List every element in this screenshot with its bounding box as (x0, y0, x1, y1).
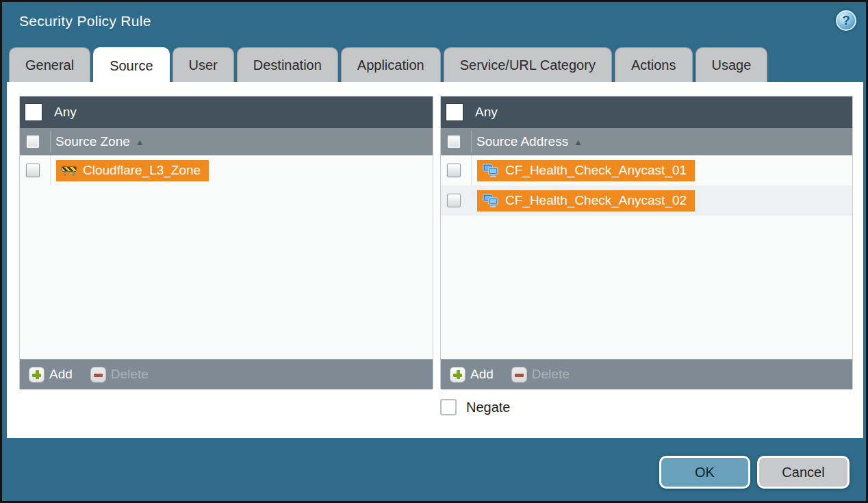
delete-button-label: Delete (111, 367, 149, 382)
tab-general[interactable]: General (9, 47, 90, 82)
row-checkbox[interactable] (26, 164, 40, 177)
source-zone-rows: Cloudflare_L3_Zone (20, 155, 433, 359)
add-button[interactable]: Add (29, 367, 73, 383)
address-entry-label: CF_Health_Check_Anycast_01 (505, 163, 687, 178)
add-button[interactable]: Add (450, 367, 494, 383)
source-zone-panel: Any Source Zone ▲ Cloudflare_L3_Zone (19, 96, 433, 389)
table-row: CF_Health_Check_Anycast_01 (441, 155, 852, 185)
zone-icon (62, 165, 77, 176)
plus-icon (450, 367, 465, 383)
dialog-titlebar: Security Policy Rule ? (2, 2, 866, 44)
source-address-column-header: Source Address ▲ (441, 128, 852, 155)
sort-ascending-icon[interactable]: ▲ (136, 137, 144, 147)
source-zone-column-header: Source Zone ▲ (20, 128, 433, 155)
source-zone-any-label: Any (54, 105, 77, 120)
add-button-label: Add (470, 367, 494, 382)
source-address-any-label: Any (475, 105, 498, 120)
ok-button[interactable]: OK (659, 456, 750, 489)
address-entry-label: CF_Health_Check_Anycast_02 (505, 193, 687, 208)
source-address-column-label[interactable]: Source Address (476, 134, 568, 149)
negate-option: Negate (440, 399, 511, 415)
tab-service-url-category[interactable]: Service/URL Category (444, 47, 612, 82)
minus-icon (90, 367, 106, 383)
negate-checkbox[interactable] (440, 399, 457, 415)
cancel-button[interactable]: Cancel (757, 456, 850, 489)
tab-source[interactable]: Source (93, 47, 169, 83)
source-address-any-bar: Any (441, 96, 852, 128)
minus-icon (511, 367, 527, 383)
plus-icon (29, 367, 44, 383)
table-row: Cloudflare_L3_Zone (20, 155, 433, 185)
tab-destination[interactable]: Destination (237, 47, 338, 82)
address-icon (483, 164, 499, 177)
dialog-title: Security Policy Rule (19, 13, 151, 29)
table-row: CF_Health_Check_Anycast_02 (441, 185, 852, 216)
source-zone-select-all-checkbox[interactable] (26, 135, 40, 149)
source-zone-any-checkbox[interactable] (25, 104, 42, 120)
add-button-label: Add (49, 367, 73, 382)
address-entry[interactable]: CF_Health_Check_Anycast_01 (477, 160, 695, 181)
row-checkbox[interactable] (447, 164, 461, 177)
tab-application[interactable]: Application (341, 47, 441, 82)
source-address-rows: CF_Health_Check_Anycast_01 (441, 155, 852, 359)
address-icon (483, 194, 499, 207)
sort-ascending-icon[interactable]: ▲ (574, 137, 583, 147)
delete-button-label: Delete (532, 367, 570, 382)
tab-content: Any Source Zone ▲ Cloudflare_L3_Zone (7, 82, 863, 438)
address-entry[interactable]: CF_Health_Check_Anycast_02 (477, 190, 695, 211)
column-separator (471, 131, 472, 153)
delete-button[interactable]: Delete (511, 367, 570, 383)
source-zone-any-bar: Any (20, 96, 433, 128)
column-separator (50, 131, 51, 153)
source-address-select-all-checkbox[interactable] (447, 135, 461, 149)
source-zone-column-label[interactable]: Source Zone (55, 134, 130, 149)
help-icon[interactable]: ? (836, 10, 856, 31)
negate-label: Negate (466, 400, 511, 415)
tab-actions[interactable]: Actions (615, 47, 693, 82)
delete-button[interactable]: Delete (90, 367, 149, 383)
tab-strip: General Source User Destination Applicat… (9, 47, 767, 82)
zone-entry[interactable]: Cloudflare_L3_Zone (56, 160, 209, 181)
tab-user[interactable]: User (173, 47, 234, 82)
tab-usage[interactable]: Usage (695, 47, 768, 82)
source-zone-button-bar: Add Delete (20, 359, 433, 389)
security-policy-rule-dialog: Security Policy Rule ? General Source Us… (0, 0, 868, 503)
source-address-panel: Any Source Address ▲ (440, 96, 853, 389)
source-address-button-bar: Add Delete (441, 359, 852, 389)
source-address-any-checkbox[interactable] (446, 104, 463, 120)
row-checkbox[interactable] (447, 194, 461, 207)
zone-entry-label: Cloudflare_L3_Zone (83, 163, 201, 178)
